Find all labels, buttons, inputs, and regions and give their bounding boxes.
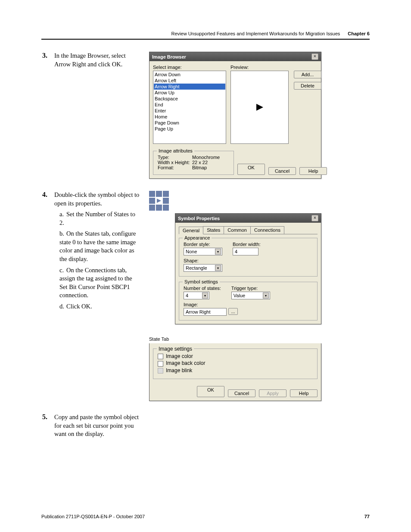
chevron-down-icon: ▾ <box>263 292 269 299</box>
border-width-value: 4 <box>235 249 237 254</box>
num-states-value: 4 <box>186 293 188 298</box>
list-item[interactable]: Home <box>154 114 225 120</box>
shape-value: Rectangle <box>186 265 207 271</box>
list-item[interactable]: End <box>154 102 225 108</box>
list-item[interactable]: Enter <box>154 108 225 114</box>
step-5-text: Copy and paste the symbol object for eac… <box>54 413 141 439</box>
list-item[interactable]: Arrow Up <box>154 90 225 96</box>
step-5-num: 5. <box>41 413 51 421</box>
tab-common[interactable]: Common <box>224 226 251 234</box>
image-color-swatch[interactable] <box>158 354 163 359</box>
chevron-down-icon: ▾ <box>215 249 221 255</box>
apply-button[interactable]: Apply <box>259 389 286 397</box>
chevron-down-icon: ▾ <box>202 292 208 299</box>
cancel-button[interactable]: Cancel <box>228 389 255 397</box>
cancel-button[interactable]: Cancel <box>268 167 296 175</box>
image-settings-group-title: Image settings <box>157 346 194 352</box>
help-button[interactable]: Help <box>299 167 327 175</box>
ok-button[interactable]: OK <box>197 386 224 397</box>
symbol-properties-title: Symbol Properties <box>178 216 220 221</box>
format-value: Bitmap <box>192 165 207 170</box>
shape-label: Shape: <box>184 258 313 263</box>
sub-c-text: On the Connections tab, assign the tag a… <box>59 267 132 299</box>
image-list[interactable]: Arrow Down Arrow Left Arrow Right Arrow … <box>153 71 226 144</box>
sub-a-letter: a. <box>59 210 66 219</box>
arrow-right-icon <box>255 102 265 112</box>
image-label: Image: <box>184 302 313 307</box>
ok-button[interactable]: OK <box>237 164 265 175</box>
sub-d-text: Click OK. <box>66 303 92 310</box>
state-tab-caption: State Tab <box>149 336 370 342</box>
type-label: Type: <box>158 155 192 160</box>
shape-select[interactable]: Rectangle ▾ <box>184 264 222 272</box>
num-states-select[interactable]: 4 ▾ <box>184 292 209 299</box>
state-tab-panel: Image settings Image color Image back co… <box>149 343 321 401</box>
header-chapter: Chapter 6 <box>348 31 370 36</box>
symbol-properties-dialog: Symbol Properties × General States Commo… <box>175 213 321 324</box>
image-back-color-label: Image back color <box>166 360 205 366</box>
close-icon[interactable]: × <box>311 53 318 60</box>
border-style-select[interactable]: None ▾ <box>184 248 222 255</box>
sub-d-letter: d. <box>59 302 66 311</box>
border-style-label: Border style: <box>184 242 222 247</box>
wh-label: Width x Height: <box>158 160 192 165</box>
step-3-num: 3. <box>41 52 51 59</box>
border-width-input[interactable]: 4 <box>233 248 258 255</box>
tab-connections[interactable]: Connections <box>250 226 284 234</box>
list-item-selected[interactable]: Arrow Right <box>154 84 225 90</box>
wh-value: 22 x 22 <box>192 160 208 165</box>
close-icon[interactable]: × <box>311 215 318 221</box>
image-color-label: Image color <box>166 353 193 359</box>
image-browser-title: Image Browser <box>152 54 186 59</box>
sub-b-letter: b. <box>59 230 66 238</box>
trigger-type-label: Trigger type: <box>231 286 270 291</box>
svg-marker-0 <box>256 104 263 111</box>
type-value: Monochrome <box>192 155 220 160</box>
tab-states[interactable]: States <box>203 226 224 234</box>
image-attributes-title: Image attributes <box>157 148 194 153</box>
border-style-value: None <box>186 249 197 254</box>
list-item[interactable]: Arrow Left <box>154 78 225 84</box>
chevron-down-icon: ▾ <box>215 265 221 271</box>
list-item[interactable]: Page Down <box>154 120 225 126</box>
step-4-num: 4. <box>41 191 51 199</box>
page-header: Review Unsupported Features and Implemen… <box>41 31 370 40</box>
image-value: Arrow Right <box>186 309 210 314</box>
preview-label: Preview: <box>230 65 289 70</box>
sub-b-text: On the States tab, configure state 0 to … <box>59 230 136 262</box>
image-blink-checkbox[interactable] <box>158 368 163 373</box>
list-item[interactable]: Backspace <box>154 96 225 102</box>
image-back-color-swatch[interactable] <box>158 361 163 367</box>
trigger-type-value: Value <box>234 293 245 298</box>
step-4-text: Double-click the symbol object to open i… <box>54 191 139 207</box>
select-image-label: Select image: <box>153 65 226 70</box>
image-input[interactable]: Arrow Right <box>184 308 227 316</box>
publication-info: Publication 2711P-QS001A-EN-P - October … <box>41 514 145 519</box>
list-item[interactable]: Page Up <box>154 126 225 132</box>
image-browser-titlebar: Image Browser × <box>149 52 321 61</box>
symbol-settings-group-title: Symbol settings <box>183 279 220 284</box>
page-footer: Publication 2711P-QS001A-EN-P - October … <box>41 514 370 519</box>
num-states-label: Number of states: <box>184 286 221 291</box>
help-button[interactable]: Help <box>290 389 318 397</box>
delete-button[interactable]: Delete <box>294 82 321 90</box>
tab-general[interactable]: General <box>179 227 203 234</box>
symbol-object-icon <box>149 191 370 211</box>
tabs: General States Common Connections <box>179 226 318 234</box>
sub-a-text: Set the Number of States to 2. <box>59 211 135 226</box>
browse-button[interactable]: ... <box>228 308 238 315</box>
header-section: Review Unsupported Features and Implemen… <box>171 31 340 36</box>
add-button[interactable]: Add... <box>294 71 321 78</box>
page-number: 77 <box>364 514 370 519</box>
list-item[interactable]: Arrow Down <box>154 72 225 78</box>
step-3-text: In the Image Browser, select Arrow Right… <box>54 52 141 68</box>
format-label: Format: <box>158 165 192 170</box>
preview-panel <box>230 71 289 144</box>
image-blink-label: Image blink <box>166 367 192 373</box>
border-width-label: Border width: <box>233 242 261 247</box>
image-browser-dialog: Image Browser × Select image: Arrow Down… <box>149 52 321 179</box>
trigger-type-select[interactable]: Value ▾ <box>231 292 270 299</box>
svg-marker-1 <box>157 199 161 203</box>
symbol-properties-titlebar: Symbol Properties × <box>175 214 321 223</box>
appearance-group-title: Appearance <box>183 235 212 240</box>
